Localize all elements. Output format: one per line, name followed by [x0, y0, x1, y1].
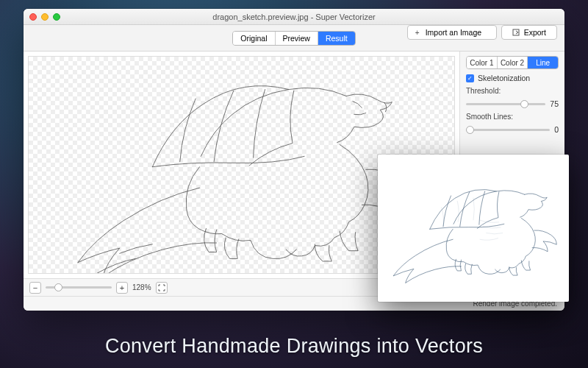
- skeletonization-checkbox-row[interactable]: ✓ Skeletonization: [466, 74, 559, 82]
- fit-to-window-button[interactable]: [156, 282, 168, 294]
- zoom-slider[interactable]: [46, 286, 112, 289]
- mode-tabs: Color 1 Color 2 Line: [466, 56, 559, 69]
- zoom-out-button[interactable]: −: [29, 282, 41, 294]
- tab-preview[interactable]: Preview: [276, 32, 318, 45]
- threshold-value: 75: [550, 99, 559, 108]
- threshold-knob[interactable]: [520, 100, 528, 108]
- toolbar-right-buttons: + Import an Image Export: [407, 25, 557, 51]
- tab-result[interactable]: Result: [318, 32, 355, 45]
- zoom-percent: 128%: [132, 283, 151, 291]
- tab-color1[interactable]: Color 1: [467, 57, 498, 68]
- tab-color2[interactable]: Color 2: [498, 57, 528, 68]
- minus-icon: −: [33, 283, 37, 292]
- export-button[interactable]: Export: [501, 25, 557, 40]
- threshold-slider-row: 75: [466, 99, 559, 108]
- import-label: Import an Image: [426, 28, 481, 37]
- smooth-slider[interactable]: [466, 129, 550, 131]
- zoom-in-button[interactable]: +: [116, 282, 128, 294]
- marketing-tagline: Convert Handmade Drawings into Vectors: [0, 335, 588, 358]
- export-label: Export: [524, 28, 546, 37]
- view-mode-segmented: Original Preview Result: [232, 31, 355, 46]
- original-preview-popup[interactable]: [378, 155, 569, 302]
- threshold-slider[interactable]: [466, 103, 545, 105]
- import-button[interactable]: + Import an Image: [407, 25, 497, 40]
- checkbox-checked-icon[interactable]: ✓: [466, 74, 474, 82]
- expand-icon: [158, 284, 165, 291]
- plus-icon: +: [120, 283, 124, 292]
- smooth-value: 0: [554, 125, 559, 134]
- skeletonization-label: Skeletonization: [478, 74, 530, 82]
- smooth-label: Smooth Lines:: [466, 113, 559, 121]
- original-sketch-drawing: [384, 160, 563, 296]
- tab-line[interactable]: Line: [528, 57, 558, 68]
- desktop-background: dragon_sketch.preview.jpg - Super Vector…: [0, 0, 588, 368]
- export-icon: [512, 29, 520, 36]
- threshold-label: Threshold:: [466, 87, 559, 95]
- tab-original[interactable]: Original: [233, 32, 275, 45]
- titlebar[interactable]: dragon_sketch.preview.jpg - Super Vector…: [24, 9, 564, 25]
- plus-icon: +: [414, 29, 421, 37]
- toolbar: Original Preview Result + Import an Imag…: [24, 25, 564, 52]
- smooth-knob[interactable]: [466, 126, 474, 134]
- window-title: dragon_sketch.preview.jpg - Super Vector…: [24, 13, 564, 21]
- smooth-slider-row: 0: [466, 125, 559, 134]
- zoom-slider-knob[interactable]: [54, 283, 62, 291]
